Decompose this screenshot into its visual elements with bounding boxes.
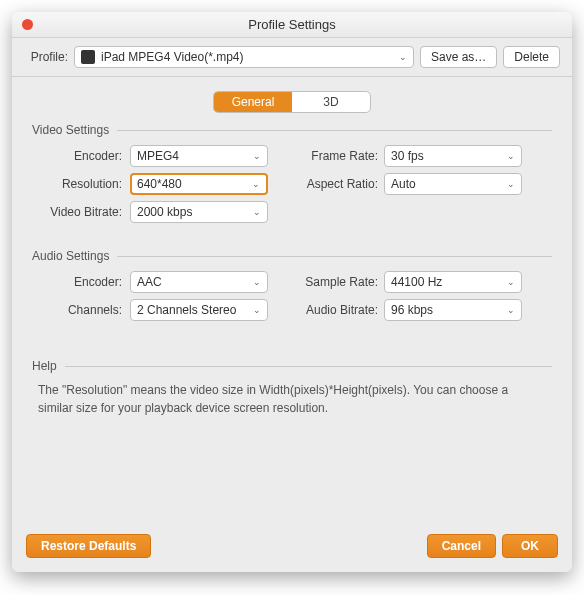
chevron-down-icon: ⌄ bbox=[253, 207, 261, 217]
profile-row: Profile: iPad MPEG4 Video(*.mp4) ⌄ Save … bbox=[12, 38, 572, 77]
cancel-button[interactable]: Cancel bbox=[427, 534, 496, 558]
video-bitrate-label: Video Bitrate: bbox=[28, 205, 124, 219]
audio-bitrate-select[interactable]: 96 kbps⌄ bbox=[384, 299, 522, 321]
chevron-down-icon: ⌄ bbox=[253, 277, 261, 287]
chevron-down-icon: ⌄ bbox=[253, 151, 261, 161]
audio-bitrate-label: Audio Bitrate: bbox=[288, 303, 378, 317]
tab-switcher: General 3D bbox=[28, 91, 556, 113]
sample-rate-select[interactable]: 44100 Hz⌄ bbox=[384, 271, 522, 293]
save-as-button[interactable]: Save as… bbox=[420, 46, 497, 68]
video-settings-group: Video Settings Encoder: MPEG4⌄ Frame Rat… bbox=[28, 123, 556, 223]
chevron-down-icon: ⌄ bbox=[399, 52, 407, 62]
divider bbox=[117, 130, 552, 131]
tab-general[interactable]: General bbox=[214, 92, 292, 112]
chevron-down-icon: ⌄ bbox=[507, 151, 515, 161]
tab-3d[interactable]: 3D bbox=[292, 92, 370, 112]
audio-encoder-label: Encoder: bbox=[28, 275, 124, 289]
chevron-down-icon: ⌄ bbox=[507, 305, 515, 315]
help-title: Help bbox=[32, 359, 57, 373]
aspect-ratio-select[interactable]: Auto⌄ bbox=[384, 173, 522, 195]
channels-select[interactable]: 2 Channels Stereo⌄ bbox=[130, 299, 268, 321]
delete-button[interactable]: Delete bbox=[503, 46, 560, 68]
channels-label: Channels: bbox=[28, 303, 124, 317]
ok-button[interactable]: OK bbox=[502, 534, 558, 558]
chevron-down-icon: ⌄ bbox=[253, 305, 261, 315]
profile-select[interactable]: iPad MPEG4 Video(*.mp4) ⌄ bbox=[74, 46, 414, 68]
audio-encoder-select[interactable]: AAC⌄ bbox=[130, 271, 268, 293]
frame-rate-select[interactable]: 30 fps⌄ bbox=[384, 145, 522, 167]
frame-rate-label: Frame Rate: bbox=[288, 149, 378, 163]
profile-select-value: iPad MPEG4 Video(*.mp4) bbox=[101, 50, 244, 64]
resolution-select[interactable]: 640*480⌄ bbox=[130, 173, 268, 195]
resolution-label: Resolution: bbox=[28, 177, 124, 191]
video-encoder-select[interactable]: MPEG4⌄ bbox=[130, 145, 268, 167]
profile-label: Profile: bbox=[24, 50, 68, 64]
titlebar: Profile Settings bbox=[12, 12, 572, 38]
video-settings-title: Video Settings bbox=[32, 123, 109, 137]
divider bbox=[65, 366, 552, 367]
audio-settings-group: Audio Settings Encoder: AAC⌄ Sample Rate… bbox=[28, 249, 556, 321]
video-bitrate-select[interactable]: 2000 kbps⌄ bbox=[130, 201, 268, 223]
window-title: Profile Settings bbox=[12, 17, 572, 32]
help-text: The "Resolution" means the video size in… bbox=[38, 381, 546, 417]
chevron-down-icon: ⌄ bbox=[507, 179, 515, 189]
aspect-ratio-label: Aspect Ratio: bbox=[288, 177, 378, 191]
window: Profile Settings Profile: iPad MPEG4 Vid… bbox=[12, 12, 572, 572]
help-group: Help The "Resolution" means the video si… bbox=[28, 359, 556, 417]
divider bbox=[117, 256, 552, 257]
device-icon bbox=[81, 50, 95, 64]
video-encoder-label: Encoder: bbox=[28, 149, 124, 163]
chevron-down-icon: ⌄ bbox=[252, 179, 260, 189]
sample-rate-label: Sample Rate: bbox=[288, 275, 378, 289]
chevron-down-icon: ⌄ bbox=[507, 277, 515, 287]
footer: Restore Defaults Cancel OK bbox=[12, 524, 572, 572]
restore-defaults-button[interactable]: Restore Defaults bbox=[26, 534, 151, 558]
body: General 3D Video Settings Encoder: MPEG4… bbox=[12, 77, 572, 524]
audio-settings-title: Audio Settings bbox=[32, 249, 109, 263]
